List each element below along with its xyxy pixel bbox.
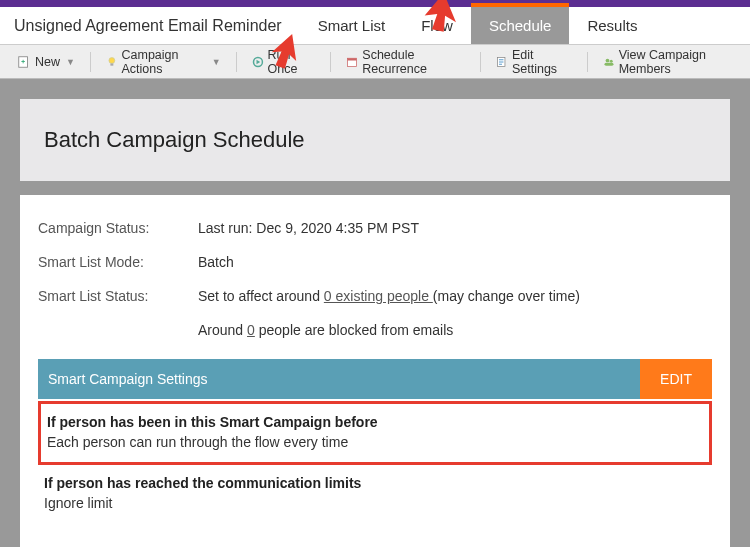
settings-rule-highlighted: If person has been in this Smart Campaig… [38, 401, 712, 465]
tab-bar: Unsigned Agreement Email Reminder Smart … [0, 7, 750, 45]
tab-results[interactable]: Results [569, 7, 655, 44]
smart-list-mode-row: Smart List Mode: Batch [38, 245, 712, 279]
rule2-body: Ignore limit [44, 495, 706, 511]
svg-rect-3 [23, 59, 24, 63]
rule1-heading: If person has been in this Smart Campaig… [47, 414, 703, 430]
svg-rect-5 [110, 63, 113, 65]
schedule-recurrence-button[interactable]: Schedule Recurrence [337, 44, 474, 80]
action-toolbar: New ▼ Campaign Actions ▼ Run Once Schedu… [0, 45, 750, 79]
svg-point-12 [609, 59, 612, 62]
caret-icon: ▼ [212, 57, 221, 67]
page-body: Batch Campaign Schedule Campaign Status:… [0, 79, 750, 547]
run-once-button[interactable]: Run Once [243, 44, 325, 80]
campaign-status-row: Campaign Status: Last run: Dec 9, 2020 4… [38, 211, 712, 245]
top-purple-bar [0, 0, 750, 7]
campaign-name: Unsigned Agreement Email Reminder [14, 17, 300, 35]
run-once-icon [252, 55, 264, 69]
tab-flow[interactable]: Flow [403, 7, 471, 44]
blocked-people-link[interactable]: 0 [247, 322, 255, 338]
settings-rule-2: If person has reached the communication … [38, 465, 712, 523]
page-title: Batch Campaign Schedule [44, 127, 706, 153]
tab-smart-list[interactable]: Smart List [300, 7, 404, 44]
edit-settings-button[interactable]: Edit Settings [487, 44, 581, 80]
svg-rect-9 [348, 58, 357, 60]
calendar-recurrence-icon [346, 55, 358, 69]
campaign-status-value: Last run: Dec 9, 2020 4:35 PM PST [198, 220, 419, 236]
lightbulb-icon [106, 55, 118, 69]
rule1-body: Each person can run through the flow eve… [47, 434, 703, 450]
settings-title: Smart Campaign Settings [38, 359, 640, 399]
campaign-actions-button[interactable]: Campaign Actions ▼ [97, 44, 230, 80]
plus-page-icon [17, 55, 31, 69]
header-card: Batch Campaign Schedule [20, 99, 730, 181]
tab-schedule[interactable]: Schedule [471, 7, 570, 44]
view-campaign-members-button[interactable]: View Campaign Members [594, 44, 750, 80]
edit-button[interactable]: EDIT [640, 359, 712, 399]
blocked-value: Around 0 people are blocked from emails [198, 322, 453, 338]
new-button[interactable]: New ▼ [8, 51, 84, 73]
smart-campaign-settings-header: Smart Campaign Settings EDIT [38, 359, 712, 399]
content-card: Campaign Status: Last run: Dec 9, 2020 4… [20, 195, 730, 547]
blocked-row: Around 0 people are blocked from emails [38, 313, 712, 347]
smart-list-mode-value: Batch [198, 254, 234, 270]
svg-point-11 [605, 58, 609, 62]
smart-list-status-value: Set to affect around 0 existing people (… [198, 288, 580, 304]
caret-icon: ▼ [66, 57, 75, 67]
svg-marker-7 [256, 59, 260, 63]
members-icon [603, 55, 615, 69]
svg-point-4 [109, 57, 115, 63]
smart-list-status-row: Smart List Status: Set to affect around … [38, 279, 712, 313]
rule2-heading: If person has reached the communication … [44, 475, 706, 491]
existing-people-link[interactable]: 0 existing people [324, 288, 433, 304]
edit-settings-icon [496, 55, 508, 69]
svg-rect-13 [604, 62, 613, 65]
